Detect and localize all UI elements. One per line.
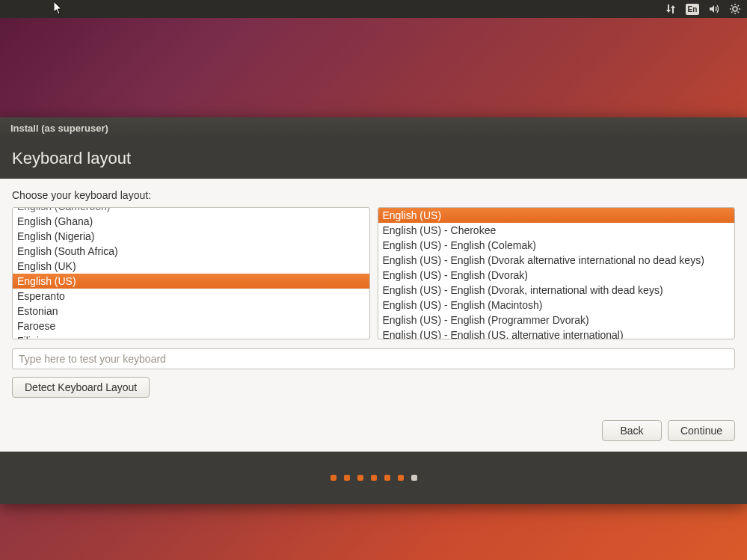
list-item[interactable]: English (US) - English (Dvorak)	[378, 268, 735, 283]
detect-keyboard-button[interactable]: Detect Keyboard Layout	[12, 377, 150, 398]
progress-dot	[411, 475, 417, 481]
list-item[interactable]: English (US) - English (Dvorak alternati…	[378, 253, 735, 268]
svg-line-8	[738, 5, 740, 7]
back-button[interactable]: Back	[602, 420, 662, 441]
mouse-cursor	[54, 1, 64, 16]
layout-variant-list[interactable]: English (US)English (US) - CherokeeEngli…	[378, 207, 736, 339]
installer-window: Install (as superuser) Keyboard layout C…	[0, 117, 747, 504]
list-item[interactable]: English (US) - English (Programmer Dvora…	[378, 313, 735, 327]
progress-dot	[331, 475, 336, 481]
network-icon[interactable]	[665, 3, 677, 15]
detect-row: Detect Keyboard Layout	[12, 377, 735, 398]
list-item[interactable]: English (Nigeria)	[13, 229, 369, 244]
list-item[interactable]: Filipino	[13, 333, 369, 339]
top-menubar: En	[0, 0, 747, 18]
nav-buttons: Back Continue	[12, 398, 735, 441]
list-item[interactable]: English (US)	[378, 208, 735, 223]
list-item[interactable]: Esperanto	[13, 289, 369, 304]
svg-line-7	[731, 12, 733, 13]
svg-point-0	[733, 7, 737, 11]
list-item[interactable]: English (South Africa)	[13, 244, 369, 259]
keyboard-test-input[interactable]	[12, 348, 735, 369]
progress-dot	[398, 475, 404, 481]
list-item[interactable]: English (US) - Cherokee	[378, 223, 735, 238]
list-item[interactable]: English (Ghana)	[13, 214, 369, 229]
content-area: Choose your keyboard layout: English (Ca…	[0, 179, 747, 452]
window-title: Install (as superuser)	[10, 123, 108, 134]
continue-button[interactable]: Continue	[668, 420, 735, 441]
volume-icon[interactable]	[708, 3, 720, 15]
list-item[interactable]: Faroese	[13, 319, 369, 333]
list-item[interactable]: English (US)	[13, 274, 369, 289]
progress-dot	[384, 475, 390, 481]
progress-dot	[371, 475, 377, 481]
list-item[interactable]: English (US) - English (Colemak)	[378, 238, 735, 253]
layout-lists: English (Cameroon)English (Ghana)English…	[12, 207, 735, 339]
progress-strip	[0, 452, 747, 504]
input-language-badge[interactable]: En	[686, 4, 699, 15]
system-gear-icon[interactable]	[729, 3, 741, 15]
page-title: Keyboard layout	[0, 138, 747, 179]
layout-language-list[interactable]: English (Cameroon)English (Ghana)English…	[12, 207, 370, 339]
svg-line-6	[738, 12, 740, 13]
list-item[interactable]: English (US) - English (Macintosh)	[378, 298, 735, 313]
list-item[interactable]: English (UK)	[13, 259, 369, 274]
list-item[interactable]: English (Cameroon)	[13, 207, 369, 214]
progress-dot	[357, 475, 363, 481]
prompt-text: Choose your keyboard layout:	[12, 189, 735, 201]
window-titlebar: Install (as superuser)	[0, 117, 747, 138]
svg-line-5	[731, 5, 733, 7]
list-item[interactable]: English (US) - English (US, alternative …	[378, 327, 735, 339]
progress-dot	[344, 475, 350, 481]
list-item[interactable]: English (US) - English (Dvorak, internat…	[378, 283, 735, 298]
list-item[interactable]: Estonian	[13, 304, 369, 319]
